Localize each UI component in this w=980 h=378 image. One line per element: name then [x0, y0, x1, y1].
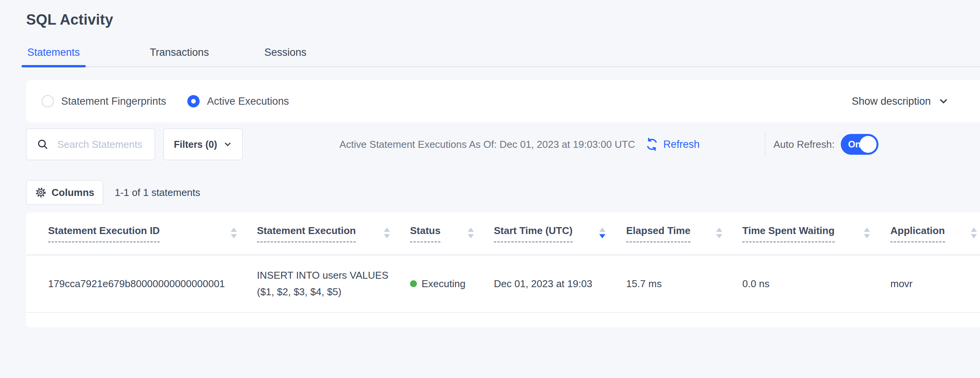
statements-table: Statement Execution ID Statement Executi… — [26, 212, 980, 327]
column-header-time-spent-waiting[interactable]: Time Spent Waiting — [742, 225, 890, 243]
radio-selected-icon[interactable] — [187, 95, 200, 107]
column-header-application[interactable]: Application — [890, 225, 980, 243]
cell-start-time: Dec 01, 2023 at 19:03 — [494, 278, 626, 290]
column-header-statement-execution-id[interactable]: Statement Execution ID — [48, 225, 257, 243]
column-header-status[interactable]: Status — [410, 225, 494, 243]
sort-arrows-icon — [468, 227, 474, 238]
sort-arrows-icon — [864, 227, 870, 238]
show-description-toggle[interactable]: Show description — [852, 95, 965, 107]
toggle-state-label: On — [848, 139, 861, 150]
sort-arrows-icon — [716, 227, 722, 238]
refresh-icon — [645, 137, 659, 151]
sort-arrows-desc-active-icon — [599, 227, 605, 238]
tab-transactions[interactable]: Transactions — [144, 47, 215, 66]
toggle-knob — [860, 136, 877, 153]
refresh-label: Refresh — [663, 139, 700, 151]
search-input[interactable] — [57, 138, 150, 151]
table-toolbar: Columns 1-1 of 1 statements — [26, 180, 980, 205]
column-header-elapsed-time[interactable]: Elapsed Time — [626, 225, 742, 243]
table-header-row: Statement Execution ID Statement Executi… — [26, 212, 980, 255]
cell-statement: INSERT INTO users VALUES ($1, $2, $3, $4… — [257, 267, 410, 300]
status-label: Executing — [422, 278, 465, 290]
filters-label: Filters (0) — [174, 139, 217, 150]
auto-refresh-label: Auto Refresh: — [773, 139, 835, 151]
radio-statement-fingerprints[interactable]: Statement Fingerprints — [42, 95, 166, 107]
sort-arrows-icon — [231, 227, 237, 238]
refresh-link[interactable]: Refresh — [645, 137, 700, 151]
status-dot-icon — [410, 280, 417, 287]
sql-activity-page: SQL Activity Statements Transactions Ses… — [0, 0, 980, 378]
as-of-timestamp: Active Statement Executions As Of: Dec 0… — [340, 139, 635, 151]
columns-button[interactable]: Columns — [26, 180, 103, 205]
controls-row: Filters (0) Active Statement Executions … — [26, 129, 980, 160]
tab-sessions[interactable]: Sessions — [258, 47, 312, 66]
column-header-start-time[interactable]: Start Time (UTC) — [494, 225, 626, 243]
radio-unselected-icon[interactable] — [42, 95, 54, 107]
cell-status: Executing — [410, 278, 494, 290]
cell-time-spent-waiting: 0.0 ns — [742, 278, 890, 290]
result-count: 1-1 of 1 statements — [115, 187, 200, 199]
gear-icon — [35, 187, 47, 198]
show-description-label: Show description — [852, 95, 931, 107]
column-header-statement-execution[interactable]: Statement Execution — [257, 225, 410, 243]
cell-application: movr — [890, 278, 980, 290]
vertical-divider — [765, 132, 765, 157]
radio-active-executions[interactable]: Active Executions — [187, 95, 289, 107]
auto-refresh-toggle[interactable]: On — [841, 134, 878, 155]
table-row[interactable]: 179cca7921e679b80000000000000001 INSERT … — [26, 255, 980, 313]
sort-arrows-icon — [971, 227, 977, 238]
chevron-down-icon — [223, 140, 232, 149]
sort-arrows-icon — [384, 227, 390, 238]
filters-button[interactable]: Filters (0) — [163, 129, 243, 160]
cell-elapsed-time: 15.7 ms — [626, 278, 742, 290]
tab-statements[interactable]: Statements — [22, 47, 86, 66]
radio-label: Statement Fingerprints — [61, 95, 166, 107]
search-icon — [37, 138, 49, 151]
chevron-down-icon — [938, 95, 949, 107]
tab-bar: Statements Transactions Sessions — [22, 47, 980, 67]
cell-execution-id: 179cca7921e679b80000000000000001 — [48, 278, 257, 290]
page-title: SQL Activity — [26, 12, 980, 28]
view-mode-card: Statement Fingerprints Active Executions… — [26, 80, 980, 122]
columns-label: Columns — [52, 187, 94, 199]
radio-label: Active Executions — [207, 95, 289, 107]
search-box[interactable] — [26, 129, 155, 160]
